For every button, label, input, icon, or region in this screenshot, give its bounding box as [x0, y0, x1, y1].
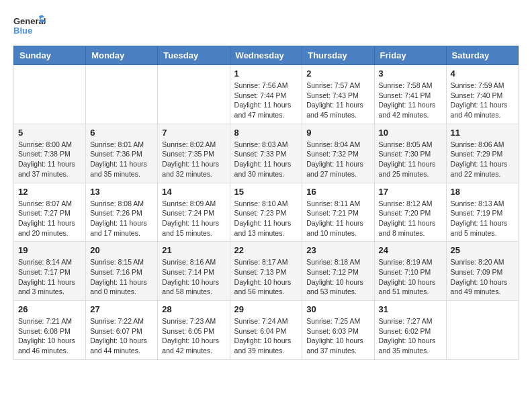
day-info: Sunrise: 8:09 AMSunset: 7:24 PMDaylight:…: [162, 199, 225, 238]
weekday-header: Wednesday: [230, 46, 302, 65]
day-info: Sunrise: 8:18 AMSunset: 7:12 PMDaylight:…: [306, 257, 369, 297]
calendar-day-cell: [86, 65, 158, 124]
calendar-day-cell: 3Sunrise: 7:58 AMSunset: 7:41 PMDaylight…: [374, 65, 446, 124]
day-info: Sunrise: 7:57 AMSunset: 7:43 PMDaylight:…: [306, 81, 369, 120]
header: General Blue: [13, 13, 519, 40]
calendar-day-cell: 7Sunrise: 8:02 AMSunset: 7:35 PMDaylight…: [158, 124, 230, 183]
weekday-header: Monday: [86, 46, 158, 65]
day-info: Sunrise: 7:23 AMSunset: 6:05 PMDaylight:…: [162, 316, 225, 356]
calendar-week-row: 5Sunrise: 8:00 AMSunset: 7:38 PMDaylight…: [14, 124, 519, 183]
day-number: 7: [162, 128, 225, 138]
calendar-week-row: 1Sunrise: 7:56 AMSunset: 7:44 PMDaylight…: [14, 65, 519, 124]
day-number: 19: [18, 245, 81, 255]
calendar-header-row: SundayMondayTuesdayWednesdayThursdayFrid…: [14, 46, 519, 65]
day-info: Sunrise: 8:12 AMSunset: 7:20 PMDaylight:…: [379, 199, 442, 238]
day-number: 6: [90, 128, 153, 138]
day-number: 23: [306, 245, 369, 255]
day-number: 22: [234, 245, 298, 255]
calendar-day-cell: 14Sunrise: 8:09 AMSunset: 7:24 PMDayligh…: [158, 183, 230, 242]
day-info: Sunrise: 7:22 AMSunset: 6:07 PMDaylight:…: [90, 316, 153, 356]
day-number: 20: [90, 245, 153, 255]
day-info: Sunrise: 8:13 AMSunset: 7:19 PMDaylight:…: [451, 199, 514, 238]
day-info: Sunrise: 8:05 AMSunset: 7:30 PMDaylight:…: [379, 140, 442, 179]
day-info: Sunrise: 8:03 AMSunset: 7:33 PMDaylight:…: [234, 140, 298, 179]
day-info: Sunrise: 8:01 AMSunset: 7:36 PMDaylight:…: [90, 140, 153, 179]
day-info: Sunrise: 8:20 AMSunset: 7:09 PMDaylight:…: [451, 257, 514, 297]
logo: General Blue: [13, 13, 46, 40]
calendar-day-cell: [446, 301, 518, 360]
calendar-day-cell: 20Sunrise: 8:15 AMSunset: 7:16 PMDayligh…: [86, 242, 158, 301]
day-number: 4: [451, 68, 514, 79]
day-number: 30: [306, 304, 369, 314]
calendar-day-cell: 27Sunrise: 7:22 AMSunset: 6:07 PMDayligh…: [86, 301, 158, 360]
day-info: Sunrise: 7:27 AMSunset: 6:02 PMDaylight:…: [379, 316, 442, 356]
calendar-week-row: 19Sunrise: 8:14 AMSunset: 7:17 PMDayligh…: [14, 242, 519, 301]
day-number: 29: [234, 304, 298, 314]
day-info: Sunrise: 8:08 AMSunset: 7:26 PMDaylight:…: [90, 199, 153, 238]
calendar-day-cell: [158, 65, 230, 124]
svg-text:Blue: Blue: [13, 26, 32, 36]
day-number: 12: [18, 187, 81, 197]
day-number: 16: [306, 187, 369, 197]
day-number: 8: [234, 128, 298, 138]
day-info: Sunrise: 7:21 AMSunset: 6:08 PMDaylight:…: [18, 316, 81, 356]
calendar-day-cell: 22Sunrise: 8:17 AMSunset: 7:13 PMDayligh…: [230, 242, 302, 301]
day-number: 17: [379, 187, 442, 197]
day-number: 13: [90, 187, 153, 197]
calendar-day-cell: 25Sunrise: 8:20 AMSunset: 7:09 PMDayligh…: [446, 242, 518, 301]
day-info: Sunrise: 8:06 AMSunset: 7:29 PMDaylight:…: [451, 140, 514, 179]
calendar-day-cell: 6Sunrise: 8:01 AMSunset: 7:36 PMDaylight…: [86, 124, 158, 183]
calendar-day-cell: 29Sunrise: 7:24 AMSunset: 6:04 PMDayligh…: [230, 301, 302, 360]
calendar-day-cell: 28Sunrise: 7:23 AMSunset: 6:05 PMDayligh…: [158, 301, 230, 360]
calendar-day-cell: 19Sunrise: 8:14 AMSunset: 7:17 PMDayligh…: [14, 242, 86, 301]
weekday-header: Tuesday: [158, 46, 230, 65]
day-info: Sunrise: 8:15 AMSunset: 7:16 PMDaylight:…: [90, 257, 153, 297]
day-info: Sunrise: 7:25 AMSunset: 6:03 PMDaylight:…: [306, 316, 369, 356]
day-info: Sunrise: 8:04 AMSunset: 7:32 PMDaylight:…: [306, 140, 369, 179]
day-number: 31: [379, 304, 442, 314]
day-number: 25: [451, 245, 514, 255]
day-info: Sunrise: 8:07 AMSunset: 7:27 PMDaylight:…: [18, 199, 81, 238]
day-number: 11: [451, 128, 514, 138]
calendar-day-cell: 26Sunrise: 7:21 AMSunset: 6:08 PMDayligh…: [14, 301, 86, 360]
day-number: 21: [162, 245, 225, 255]
day-number: 24: [379, 245, 442, 255]
day-number: 26: [18, 304, 81, 314]
day-number: 2: [306, 68, 369, 79]
calendar-day-cell: 15Sunrise: 8:10 AMSunset: 7:23 PMDayligh…: [230, 183, 302, 242]
day-info: Sunrise: 7:24 AMSunset: 6:04 PMDaylight:…: [234, 316, 298, 356]
day-number: 14: [162, 187, 225, 197]
day-info: Sunrise: 7:56 AMSunset: 7:44 PMDaylight:…: [234, 81, 298, 120]
calendar-day-cell: 17Sunrise: 8:12 AMSunset: 7:20 PMDayligh…: [374, 183, 446, 242]
weekday-header: Thursday: [302, 46, 374, 65]
calendar-day-cell: 10Sunrise: 8:05 AMSunset: 7:30 PMDayligh…: [374, 124, 446, 183]
day-info: Sunrise: 8:00 AMSunset: 7:38 PMDaylight:…: [18, 140, 81, 179]
day-number: 15: [234, 187, 298, 197]
weekday-header: Friday: [374, 46, 446, 65]
calendar-table: SundayMondayTuesdayWednesdayThursdayFrid…: [13, 46, 519, 360]
weekday-header: Sunday: [14, 46, 86, 65]
day-info: Sunrise: 7:58 AMSunset: 7:41 PMDaylight:…: [379, 81, 442, 120]
day-number: 27: [90, 304, 153, 314]
day-info: Sunrise: 8:17 AMSunset: 7:13 PMDaylight:…: [234, 257, 298, 297]
calendar-day-cell: 8Sunrise: 8:03 AMSunset: 7:33 PMDaylight…: [230, 124, 302, 183]
calendar-day-cell: 24Sunrise: 8:19 AMSunset: 7:10 PMDayligh…: [374, 242, 446, 301]
calendar-day-cell: 4Sunrise: 7:59 AMSunset: 7:40 PMDaylight…: [446, 65, 518, 124]
day-info: Sunrise: 8:19 AMSunset: 7:10 PMDaylight:…: [379, 257, 442, 297]
day-info: Sunrise: 8:14 AMSunset: 7:17 PMDaylight:…: [18, 257, 81, 297]
calendar-day-cell: 9Sunrise: 8:04 AMSunset: 7:32 PMDaylight…: [302, 124, 374, 183]
day-info: Sunrise: 8:11 AMSunset: 7:21 PMDaylight:…: [306, 199, 369, 238]
calendar-day-cell: 31Sunrise: 7:27 AMSunset: 6:02 PMDayligh…: [374, 301, 446, 360]
day-number: 18: [451, 187, 514, 197]
day-info: Sunrise: 7:59 AMSunset: 7:40 PMDaylight:…: [451, 81, 514, 120]
calendar-day-cell: 23Sunrise: 8:18 AMSunset: 7:12 PMDayligh…: [302, 242, 374, 301]
calendar-week-row: 12Sunrise: 8:07 AMSunset: 7:27 PMDayligh…: [14, 183, 519, 242]
calendar-day-cell: 13Sunrise: 8:08 AMSunset: 7:26 PMDayligh…: [86, 183, 158, 242]
calendar-day-cell: [14, 65, 86, 124]
day-number: 3: [379, 68, 442, 79]
calendar-day-cell: 5Sunrise: 8:00 AMSunset: 7:38 PMDaylight…: [14, 124, 86, 183]
calendar-day-cell: 18Sunrise: 8:13 AMSunset: 7:19 PMDayligh…: [446, 183, 518, 242]
day-info: Sunrise: 8:16 AMSunset: 7:14 PMDaylight:…: [162, 257, 225, 297]
calendar-day-cell: 12Sunrise: 8:07 AMSunset: 7:27 PMDayligh…: [14, 183, 86, 242]
day-number: 10: [379, 128, 442, 138]
